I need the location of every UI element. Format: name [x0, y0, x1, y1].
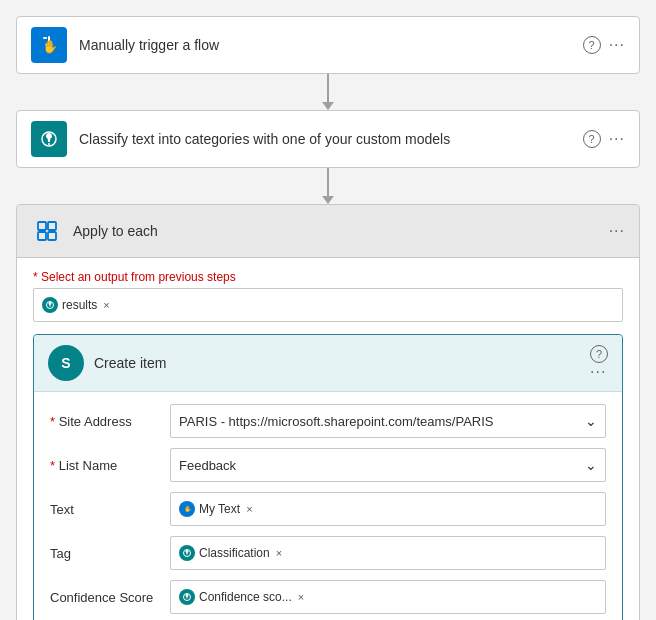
- field-label-tag: Tag: [50, 546, 170, 561]
- apply-each-container: Apply to each ··· * Select an output fro…: [16, 204, 640, 620]
- field-row-site-address: Site Address PARIS - https://microsoft.s…: [50, 404, 606, 438]
- step-classify-label: Classify text into categories with one o…: [79, 131, 583, 147]
- site-address-value: PARIS - https://microsoft.sharepoint.com…: [179, 414, 494, 429]
- create-item-actions: ? ···: [590, 345, 608, 381]
- classification-token-icon: [179, 545, 195, 561]
- select-output-label: * Select an output from previous steps: [33, 270, 623, 284]
- more-icon-create[interactable]: ···: [590, 363, 606, 380]
- results-token-remove[interactable]: ×: [103, 299, 109, 311]
- field-value-text[interactable]: ✋ My Text ×: [170, 492, 606, 526]
- create-item-title: Create item: [94, 355, 590, 371]
- field-value-list-name[interactable]: Feedback ⌄: [170, 448, 606, 482]
- more-icon-apply-each[interactable]: ···: [609, 222, 625, 239]
- my-text-token-label: My Text: [199, 502, 240, 516]
- apply-each-title: Apply to each: [73, 223, 609, 239]
- field-row-tag: Tag Classification ×: [50, 536, 606, 570]
- field-row-list-name: List Name Feedback ⌄: [50, 448, 606, 482]
- help-icon-create[interactable]: ?: [590, 345, 608, 363]
- apply-each-body: * Select an output from previous steps r…: [17, 258, 639, 620]
- classification-token-remove[interactable]: ×: [276, 547, 282, 559]
- field-label-site-address: Site Address: [50, 414, 170, 429]
- field-value-confidence[interactable]: Confidence sco... ×: [170, 580, 606, 614]
- step-manually-trigger-label: Manually trigger a flow: [79, 37, 583, 53]
- trigger-icon: ✋: [31, 27, 67, 63]
- step-classify-actions: ? ···: [583, 130, 625, 148]
- svg-text:✋: ✋: [184, 505, 192, 513]
- field-row-text: Text ✋ My Text ×: [50, 492, 606, 526]
- more-icon-classify[interactable]: ···: [609, 130, 625, 148]
- classification-token: Classification ×: [179, 545, 282, 561]
- field-label-confidence: Confidence Score: [50, 590, 170, 605]
- help-icon-trigger[interactable]: ?: [583, 36, 601, 54]
- field-value-site-address[interactable]: PARIS - https://microsoft.sharepoint.com…: [170, 404, 606, 438]
- create-item-avatar: S: [48, 345, 84, 381]
- field-label-text: Text: [50, 502, 170, 517]
- create-item-header: S Create item ? ···: [34, 335, 622, 392]
- arrow-1: [322, 74, 334, 110]
- field-label-list-name: List Name: [50, 458, 170, 473]
- my-text-token-remove[interactable]: ×: [246, 503, 252, 515]
- classify-icon: [31, 121, 67, 157]
- svg-rect-5: [48, 222, 56, 230]
- field-value-tag[interactable]: Classification ×: [170, 536, 606, 570]
- classification-token-label: Classification: [199, 546, 270, 560]
- svg-point-3: [48, 143, 50, 145]
- svg-rect-6: [38, 232, 46, 240]
- results-token-icon: [42, 297, 58, 313]
- confidence-token: Confidence sco... ×: [179, 589, 304, 605]
- create-item-card: S Create item ? ··· Site Address PA: [33, 334, 623, 620]
- svg-rect-7: [48, 232, 56, 240]
- step-classify-text: Classify text into categories with one o…: [16, 110, 640, 168]
- confidence-token-icon: [179, 589, 195, 605]
- arrow-line-2: [327, 168, 329, 196]
- arrow-head-1: [322, 102, 334, 110]
- step-manually-trigger-actions: ? ···: [583, 36, 625, 54]
- flow-canvas: ✋ Manually trigger a flow ? ··· Classify…: [16, 16, 640, 620]
- confidence-token-remove[interactable]: ×: [298, 591, 304, 603]
- create-item-body: Site Address PARIS - https://microsoft.s…: [34, 392, 622, 620]
- arrow-line-1: [327, 74, 329, 102]
- svg-rect-4: [38, 222, 46, 230]
- arrow-2: [322, 168, 334, 204]
- list-name-chevron: ⌄: [585, 457, 597, 473]
- site-address-chevron: ⌄: [585, 413, 597, 429]
- my-text-token: ✋ My Text ×: [179, 501, 253, 517]
- results-token-label: results: [62, 298, 97, 312]
- help-icon-classify[interactable]: ?: [583, 130, 601, 148]
- more-icon-trigger[interactable]: ···: [609, 36, 625, 54]
- results-token: results ×: [42, 297, 110, 313]
- svg-text:✋: ✋: [42, 38, 59, 55]
- my-text-token-icon: ✋: [179, 501, 195, 517]
- select-output-input[interactable]: results ×: [33, 288, 623, 322]
- field-row-confidence: Confidence Score Confidence sco...: [50, 580, 606, 614]
- apply-each-header: Apply to each ···: [17, 205, 639, 258]
- list-name-value: Feedback: [179, 458, 236, 473]
- step-manually-trigger: ✋ Manually trigger a flow ? ···: [16, 16, 640, 74]
- arrow-head-2: [322, 196, 334, 204]
- confidence-token-label: Confidence sco...: [199, 590, 292, 604]
- apply-each-actions: ···: [609, 222, 625, 240]
- apply-each-icon: [31, 215, 63, 247]
